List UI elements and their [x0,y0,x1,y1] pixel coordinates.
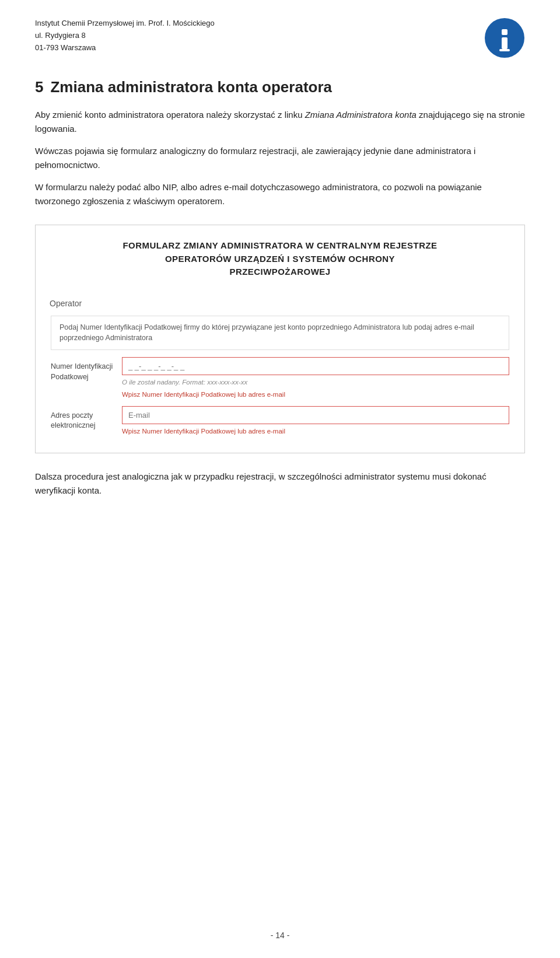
form-title-line3: PRZECIWPOŻAROWEJ [53,265,507,279]
form-body: Operator Podaj Numer Identyfikacji Podat… [36,289,524,453]
svg-rect-3 [499,49,510,51]
para1-start: Aby zmienić konto administratora operato… [35,110,305,120]
logo-icon [484,18,525,58]
address-line2: ul. Rydygiera 8 [35,30,215,42]
email-field-content: Wpisz Numer Identyfikacji Podatkowej lub… [122,406,509,436]
intro-paragraph-1: Aby zmienić konto administratora operato… [35,108,525,136]
svg-rect-2 [502,37,508,49]
nip-label-line1: Numer Identyfikacji [51,362,113,370]
page-header: Instytut Chemii Przemysłowej im. Prof. I… [35,18,525,58]
svg-rect-1 [502,29,508,35]
intro-paragraph-3: W formularzu należy podać albo NIP, albo… [35,180,525,208]
nip-label-line2: Podatkowej [51,373,89,381]
footer-paragraph: Dalsza procedura jest analogiczna jak w … [35,470,525,498]
address-line1: Instytut Chemii Przemysłowej im. Prof. I… [35,18,215,30]
section-title: 5Zmiana administratora konta operatora [35,76,525,99]
section-number: 5 [35,78,43,96]
form-title: FORMULARZ ZMIANY ADMINISTRATORA W CENTRA… [53,239,507,279]
nip-input[interactable] [122,357,509,375]
form-header: FORMULARZ ZMIANY ADMINISTRATORA W CENTRA… [36,225,524,289]
form-description: Podaj Numer Identyfikacji Podatkowej fir… [51,316,509,351]
email-row: Adres poczty elektronicznej Wpisz Numer … [51,406,509,436]
operator-label: Operator [46,298,514,310]
email-label-line1: Adres poczty [51,411,93,419]
institution-address: Instytut Chemii Przemysłowej im. Prof. I… [35,18,215,54]
form-title-line2: OPERATORÓW URZĄDZEŃ I SYSTEMÓW OCHRONY [53,253,507,266]
page-number: - 14 - [271,929,290,942]
nip-field-content: O ile został nadany. Format: xxx-xxx-xx-… [122,357,509,400]
form-title-line1: FORMULARZ ZMIANY ADMINISTRATORA W CENTRA… [53,239,507,253]
page: Instytut Chemii Przemysłowej im. Prof. I… [0,0,560,958]
intro-paragraph-2: Wówczas pojawia się formularz analogiczn… [35,144,525,172]
email-input[interactable] [122,406,509,424]
form-container: FORMULARZ ZMIANY ADMINISTRATORA W CENTRA… [35,225,525,453]
email-label: Adres poczty elektronicznej [51,406,115,431]
nip-label: Numer Identyfikacji Podatkowej [51,357,115,382]
nip-warning: Wpisz Numer Identyfikacji Podatkowej lub… [122,390,509,400]
email-warning: Wpisz Numer Identyfikacji Podatkowej lub… [122,426,509,436]
nip-hint: O ile został nadany. Format: xxx-xxx-xx-… [122,377,509,387]
para1-italic: Zmiana Administratora konta [305,110,416,120]
section-title-text: Zmiana administratora konta operatora [50,78,332,96]
email-label-line2: elektronicznej [51,421,95,429]
address-line3: 01-793 Warszawa [35,42,215,54]
nip-row: Numer Identyfikacji Podatkowej O ile zos… [51,357,509,400]
logo [484,18,525,58]
